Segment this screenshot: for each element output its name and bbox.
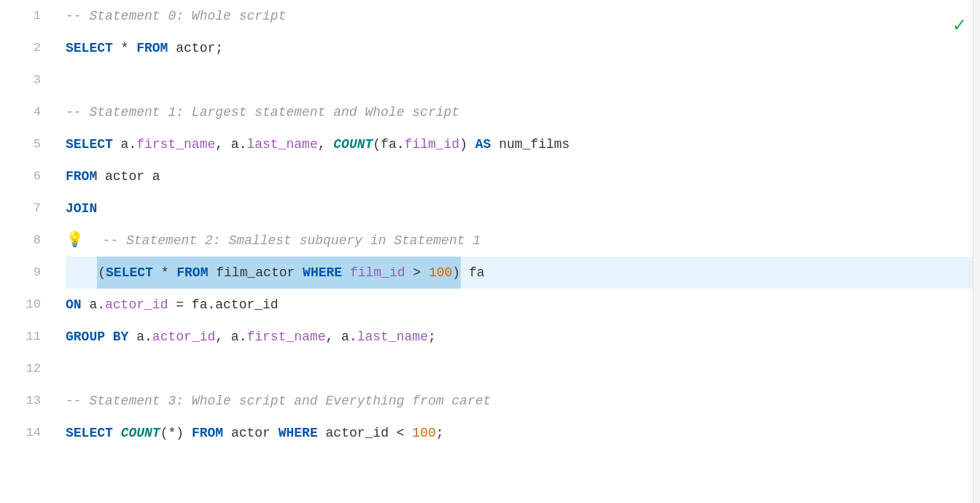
- op-gt-9: >: [405, 265, 429, 280]
- line-num-6: 6: [0, 160, 58, 192]
- line-num-1: 1: [0, 0, 58, 32]
- num-100-14: 100: [412, 417, 435, 449]
- kw-groupby-11: GROUP BY: [66, 321, 128, 353]
- fn-count-14: COUNT: [121, 417, 160, 449]
- code-line-4: -- Statement 1: Largest statement and Wh…: [66, 96, 980, 128]
- id-actorid-14: actor_id <: [318, 417, 413, 449]
- id-comma-5b: ,: [318, 128, 334, 160]
- code-line-14: SELECT COUNT(*) FROM actor WHERE actor_i…: [66, 417, 980, 449]
- id-actor-14: actor: [223, 417, 279, 449]
- id-actor-6: actor a: [97, 160, 160, 192]
- kw2-filmid-5: film_id: [405, 128, 460, 160]
- kw-select-2: SELECT: [66, 32, 113, 64]
- id-factorid-10: actor_id: [215, 289, 278, 321]
- id-comma-11b: , a.: [326, 321, 357, 353]
- id-openparen-14: (: [160, 417, 168, 449]
- comment-stmt1: -- Statement 1: Largest statement and Wh…: [66, 96, 459, 128]
- comment-stmt2: -- Statement 2: Smallest subquery in Sta…: [87, 225, 481, 257]
- id-paren-5: ): [459, 128, 475, 160]
- id-space-14: [113, 417, 121, 449]
- code-line-11: GROUP BY a.actor_id, a.first_name, a.las…: [66, 321, 980, 353]
- op-star-14: *: [168, 417, 176, 449]
- id-comma-5a: , a.: [215, 128, 246, 160]
- code-line-8: 💡 -- Statement 2: Smallest subquery in S…: [66, 225, 980, 257]
- code-line-5: SELECT a.first_name, a.last_name, COUNT(…: [66, 128, 980, 160]
- id-closeparen-9: ): [452, 265, 460, 280]
- num-100-9: 100: [429, 265, 452, 280]
- line-num-5: 5: [0, 128, 58, 160]
- line-num-12: 12: [0, 353, 58, 385]
- kw2-actorid-11: actor_id: [152, 321, 215, 353]
- kw-from-6: FROM: [66, 160, 97, 192]
- id-a-11a: a.: [128, 321, 152, 353]
- kw2-actorid-10a: actor_id: [105, 289, 168, 321]
- id-filmactor-9: film_actor: [208, 265, 303, 280]
- code-line-10: ON a.actor_id = fa.actor_id: [66, 289, 980, 321]
- id-actor-2: actor;: [168, 32, 223, 64]
- kw-where-14: WHERE: [279, 417, 318, 449]
- id-fa-9: fa: [461, 257, 484, 289]
- kw-select-14: SELECT: [66, 417, 113, 449]
- line-num-9: 9: [0, 257, 58, 289]
- op-star-2: *: [113, 32, 136, 64]
- kw-as-5: AS: [475, 128, 491, 160]
- kw-where-9: WHERE: [303, 265, 342, 280]
- line-num-13: 13: [0, 385, 58, 417]
- code-content[interactable]: -- Statement 0: Whole script SELECT * FR…: [58, 0, 980, 503]
- checkmark-icon: ✓: [953, 10, 965, 42]
- line-num-4: 4: [0, 96, 58, 128]
- id-semi-14: ;: [436, 417, 444, 449]
- kw2-filmid-9: film_id: [350, 265, 405, 280]
- code-editor: 1 2 3 4 5 6 7 8 9 10 11 12 13 14 -- Stat…: [0, 0, 980, 503]
- id-space-9: [342, 265, 350, 280]
- vertical-scrollbar[interactable]: [973, 0, 980, 503]
- kw-join-7: JOIN: [66, 192, 97, 225]
- id-comma-11a: , a.: [215, 321, 246, 353]
- line-num-7: 7: [0, 192, 58, 225]
- id-filmid-5: (fa.: [373, 128, 404, 160]
- id-numfilms-5: num_films: [491, 128, 569, 160]
- op-star-9: *: [153, 265, 176, 280]
- subquery-highlight: (SELECT * FROM film_actor WHERE film_id …: [97, 257, 461, 289]
- kw2-firstname-5: first_name: [136, 128, 215, 160]
- fn-count-5: COUNT: [333, 128, 373, 160]
- code-line-1: -- Statement 0: Whole script: [66, 0, 980, 32]
- comment-stmt3: -- Statement 3: Whole script and Everyth…: [66, 385, 491, 417]
- line-num-14: 14: [0, 417, 58, 449]
- line-num-11: 11: [0, 321, 58, 353]
- id-a-10: a.: [82, 289, 105, 321]
- code-line-7: JOIN: [66, 192, 980, 225]
- kw-select-5: SELECT: [66, 128, 113, 160]
- id-semi-11: ;: [428, 321, 436, 353]
- id-openparen-9: (: [98, 265, 106, 280]
- kw-select-9: SELECT: [106, 265, 153, 280]
- bulb-icon-8: 💡: [66, 225, 84, 257]
- comment-stmt0: -- Statement 0: Whole script: [66, 0, 286, 32]
- kw2-lastname-11: last_name: [357, 321, 428, 353]
- kw-from-9: FROM: [176, 265, 208, 280]
- code-line-6: FROM actor a: [66, 160, 980, 192]
- line-num-8: 8: [0, 225, 58, 257]
- id-a-5a: a.: [113, 128, 136, 160]
- code-line-3: [66, 64, 980, 96]
- code-line-12: [66, 353, 980, 385]
- code-line-9: (SELECT * FROM film_actor WHERE film_id …: [66, 257, 980, 289]
- kw2-firstname-11: first_name: [246, 321, 325, 353]
- line-num-3: 3: [0, 64, 58, 96]
- code-line-13: -- Statement 3: Whole script and Everyth…: [66, 385, 980, 417]
- id-eq-10: = fa.: [168, 289, 215, 321]
- kw-from-14: FROM: [192, 417, 223, 449]
- id-closeparen-14: ): [176, 417, 192, 449]
- kw-from-2: FROM: [136, 32, 168, 64]
- line-num-2: 2: [0, 32, 58, 64]
- kw-on-10: ON: [66, 289, 82, 321]
- code-line-2: SELECT * FROM actor;: [66, 32, 980, 64]
- kw2-lastname-5: last_name: [246, 128, 317, 160]
- line-num-10: 10: [0, 289, 58, 321]
- line-numbers: 1 2 3 4 5 6 7 8 9 10 11 12 13 14: [0, 0, 58, 503]
- id-indent-9: [66, 257, 97, 289]
